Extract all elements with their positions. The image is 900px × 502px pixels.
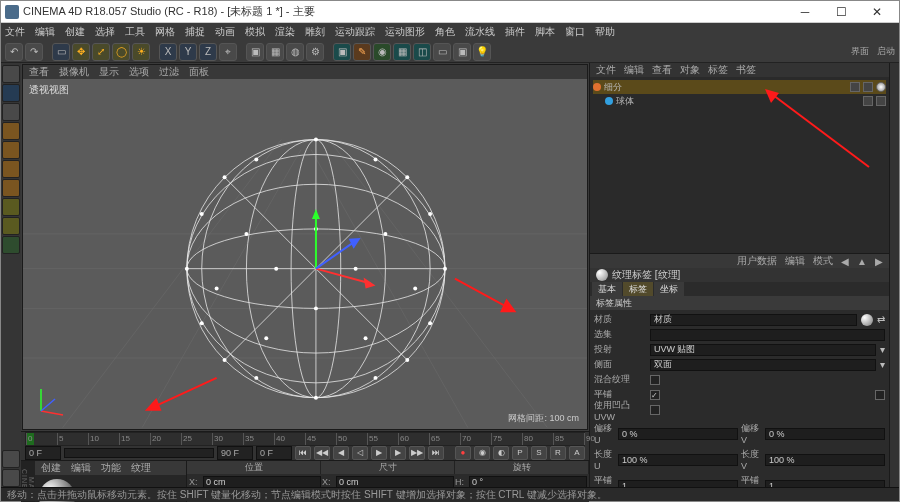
menu-item[interactable]: 创建: [65, 25, 85, 39]
menu-item[interactable]: 工具: [125, 25, 145, 39]
close-button[interactable]: ✕: [859, 2, 895, 22]
length-v-field[interactable]: [765, 454, 885, 466]
autokey-button[interactable]: ◉: [474, 446, 490, 460]
menu-item[interactable]: 动画: [215, 25, 235, 39]
chevron-down-icon[interactable]: ▾: [880, 359, 885, 370]
next-frame-button[interactable]: ▶: [390, 446, 406, 460]
menu-item[interactable]: 文件: [596, 63, 616, 77]
minimize-button[interactable]: ─: [787, 2, 823, 22]
scale-tool[interactable]: ⤢: [92, 43, 110, 61]
viewport[interactable]: 透视视图: [23, 79, 587, 429]
render-view-button[interactable]: ▣: [246, 43, 264, 61]
mix-checkbox[interactable]: [650, 375, 660, 385]
attr-tab-tag[interactable]: 标签: [623, 282, 653, 296]
rotate-tool[interactable]: ◯: [112, 43, 130, 61]
axis-y-button[interactable]: Y: [179, 43, 197, 61]
key-s-button[interactable]: S: [531, 446, 547, 460]
menu-item[interactable]: 选项: [129, 65, 149, 79]
axis-z-button[interactable]: Z: [199, 43, 217, 61]
snap-button[interactable]: [2, 217, 20, 235]
coord-sys-button[interactable]: ⌖: [219, 43, 237, 61]
poly-mode-button[interactable]: [2, 179, 20, 197]
menu-item[interactable]: 捕捉: [185, 25, 205, 39]
camera-button[interactable]: ▣: [453, 43, 471, 61]
record-key-button[interactable]: ●: [455, 446, 471, 460]
attr-nav-back-icon[interactable]: ◀: [841, 256, 849, 267]
soft-sel-button[interactable]: [2, 236, 20, 254]
menu-item[interactable]: 角色: [435, 25, 455, 39]
rot-h-field[interactable]: [469, 476, 587, 488]
dock-extra2[interactable]: [2, 469, 20, 487]
menu-item[interactable]: 查看: [652, 63, 672, 77]
timeline[interactable]: 051015202530354045505560657075808590: [21, 431, 589, 446]
undo-button[interactable]: ↶: [5, 43, 23, 61]
vis-editor-toggle[interactable]: [850, 82, 860, 92]
timeline-ruler[interactable]: 051015202530354045505560657075808590: [25, 432, 585, 446]
vis-render-toggle[interactable]: [876, 96, 886, 106]
attr-nav-fwd-icon[interactable]: ▶: [875, 256, 883, 267]
current-frame-field[interactable]: [256, 446, 292, 460]
vis-editor-toggle[interactable]: [863, 96, 873, 106]
key-a-button[interactable]: A: [569, 446, 585, 460]
menu-item[interactable]: 插件: [505, 25, 525, 39]
menu-item[interactable]: 标签: [708, 63, 728, 77]
attr-tab-basic[interactable]: 基本: [592, 282, 622, 296]
dock-extra1[interactable]: [2, 450, 20, 468]
bump-uvw-checkbox[interactable]: [650, 405, 660, 415]
coord-tab-pos[interactable]: 位置: [187, 461, 321, 474]
menu-item[interactable]: 脚本: [535, 25, 555, 39]
make-editable-button[interactable]: [2, 65, 20, 83]
menu-item[interactable]: 渲染: [275, 25, 295, 39]
render-settings-button[interactable]: ⚙: [306, 43, 324, 61]
object-tree[interactable]: 细分球体: [590, 77, 889, 253]
object-row[interactable]: 细分: [593, 80, 886, 94]
menu-item[interactable]: 流水线: [465, 25, 495, 39]
texture-tag-icon[interactable]: [876, 82, 886, 92]
goto-start-button[interactable]: ⏮: [295, 446, 311, 460]
material-ball-icon[interactable]: [861, 314, 873, 326]
deformer-button[interactable]: ◫: [413, 43, 431, 61]
menu-item[interactable]: 摄像机: [59, 65, 89, 79]
selection-field[interactable]: [650, 329, 885, 341]
prev-key-button[interactable]: ◀◀: [314, 446, 330, 460]
coord-tab-rot[interactable]: 旋转: [455, 461, 589, 474]
range-end-field[interactable]: [217, 446, 253, 460]
menu-item[interactable]: 功能: [101, 461, 121, 475]
menu-item[interactable]: 雕刻: [305, 25, 325, 39]
key-p-button[interactable]: P: [512, 446, 528, 460]
light-button[interactable]: 💡: [473, 43, 491, 61]
size-x-field[interactable]: [336, 476, 454, 488]
axis-x-button[interactable]: X: [159, 43, 177, 61]
menu-item[interactable]: 文件: [5, 25, 25, 39]
menu-item[interactable]: 模式: [813, 254, 833, 268]
menu-item[interactable]: 查看: [29, 65, 49, 79]
offset-v-field[interactable]: [765, 428, 885, 440]
object-row[interactable]: 球体: [593, 94, 886, 108]
menu-item[interactable]: 模拟: [245, 25, 265, 39]
vis-render-toggle[interactable]: [863, 82, 873, 92]
menu-item[interactable]: 编辑: [785, 254, 805, 268]
workplane-button[interactable]: [2, 122, 20, 140]
tile-u-field[interactable]: [618, 480, 738, 488]
menu-item[interactable]: 过滤: [159, 65, 179, 79]
layout-label[interactable]: 界面: [851, 45, 869, 58]
prev-frame-button[interactable]: ◀: [333, 446, 349, 460]
length-u-field[interactable]: [618, 454, 738, 466]
edge-mode-button[interactable]: [2, 160, 20, 178]
maximize-button[interactable]: ☐: [823, 2, 859, 22]
menu-item[interactable]: 面板: [189, 65, 209, 79]
menu-item[interactable]: 书签: [736, 63, 756, 77]
array-button[interactable]: ▦: [393, 43, 411, 61]
tex-mode-button[interactable]: [2, 103, 20, 121]
next-key-button[interactable]: ▶▶: [409, 446, 425, 460]
menu-item[interactable]: 纹理: [131, 461, 151, 475]
side-select[interactable]: 双面: [650, 359, 876, 371]
model-mode-button[interactable]: [2, 84, 20, 102]
menu-item[interactable]: 选择: [95, 25, 115, 39]
menu-item[interactable]: 编辑: [35, 25, 55, 39]
seamless-checkbox[interactable]: [875, 390, 885, 400]
tile-checkbox[interactable]: [650, 390, 660, 400]
axis-mode-button[interactable]: [2, 198, 20, 216]
menu-item[interactable]: 用户数据: [737, 254, 777, 268]
offset-u-field[interactable]: [618, 428, 738, 440]
